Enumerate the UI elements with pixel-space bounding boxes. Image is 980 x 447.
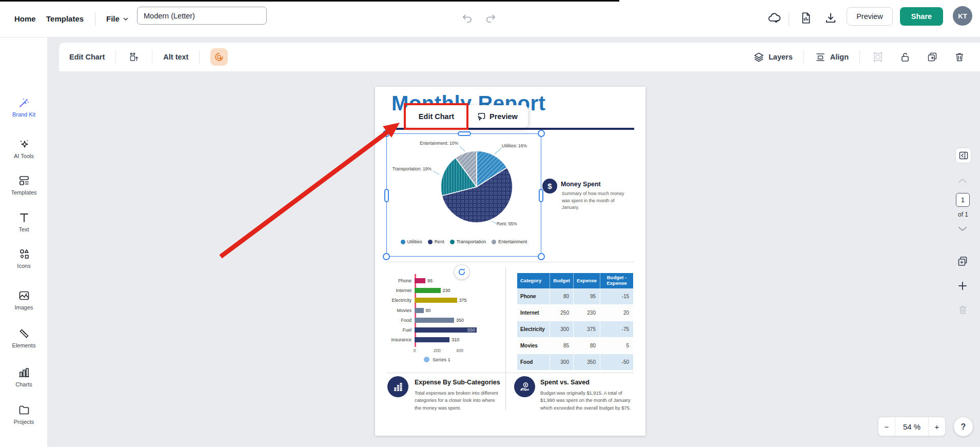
rotate-handle[interactable]: [454, 264, 469, 280]
bar-row-internet[interactable]: Internet230: [384, 285, 506, 295]
preview-button[interactable]: Preview: [847, 7, 893, 26]
page-number-box[interactable]: 1: [956, 193, 970, 207]
help-button[interactable]: ?: [954, 417, 973, 436]
sidebar-item-text[interactable]: Text: [0, 211, 48, 232]
duplicate-button[interactable]: [925, 50, 939, 64]
bar-movies[interactable]: [415, 308, 424, 313]
bar-internet[interactable]: [415, 288, 441, 293]
zoom-out-button[interactable]: −: [878, 417, 895, 436]
sidebar-item-elements[interactable]: Elements: [0, 327, 48, 348]
chart-selection-box[interactable]: [386, 133, 541, 257]
budget-table[interactable]: CategoryBudgetExpenseBudget - Expense Ph…: [517, 273, 633, 371]
add-page-button[interactable]: [957, 281, 968, 291]
nav-home[interactable]: Home: [14, 0, 36, 37]
bar-row-electricity[interactable]: Electricity375: [384, 296, 506, 305]
expense-bar-chart[interactable]: Phone95Internet230Electricity375Movies80…: [384, 276, 506, 367]
sidebar-item-projects[interactable]: Projects: [0, 404, 48, 425]
collapse-panel-button[interactable]: [955, 148, 971, 163]
table-row[interactable]: Movies85805: [517, 338, 633, 354]
panel-collapse-icon: [959, 151, 968, 160]
table-cell: 300: [550, 321, 574, 337]
bar-row-insurance[interactable]: Insurance310: [384, 335, 506, 345]
help-glyph: ?: [961, 422, 966, 432]
user-avatar[interactable]: KT: [953, 6, 972, 26]
table-row[interactable]: Electricity300375-75: [517, 321, 633, 338]
file-menu[interactable]: File: [106, 0, 129, 37]
resize-button[interactable]: [127, 50, 141, 64]
shapes-icon: [18, 248, 30, 260]
plus-icon: [957, 281, 968, 291]
sidebar-item-images[interactable]: Images: [0, 289, 48, 310]
sidebar-label: Templates: [0, 189, 48, 196]
sparkles-icon: [18, 138, 30, 150]
selection-handle-sw[interactable]: [383, 253, 390, 260]
bar-electricity[interactable]: [415, 298, 457, 303]
download-button[interactable]: [823, 10, 838, 26]
bar-category-label: Movies: [384, 308, 415, 313]
rotate-icon: [458, 268, 466, 276]
document-title-input[interactable]: Modern (Letter): [137, 7, 267, 25]
nav-templates[interactable]: Templates: [46, 0, 84, 37]
redo-button[interactable]: [484, 11, 497, 25]
pie-chart[interactable]: [387, 134, 542, 257]
dollar-glyph: $: [547, 182, 552, 190]
table-row[interactable]: Phone8095-15: [517, 288, 633, 305]
bar-food[interactable]: [415, 318, 454, 323]
bar-phone[interactable]: [415, 278, 425, 283]
delete-button[interactable]: [952, 50, 967, 64]
sidebar-item-ai-tools[interactable]: AI Tools: [0, 138, 48, 159]
bar-category-label: Internet: [384, 288, 415, 293]
sidebar-item-templates[interactable]: Templates: [0, 174, 48, 196]
trash-icon: [958, 304, 968, 315]
selection-handle-e[interactable]: [539, 189, 543, 202]
popup-preview-button[interactable]: Preview: [467, 105, 528, 128]
selection-handle-nw[interactable]: [383, 130, 390, 137]
zoom-level[interactable]: 54 %: [895, 417, 928, 436]
layers-button[interactable]: Layers: [753, 51, 793, 63]
bar-fuel[interactable]: 550: [415, 327, 477, 333]
sidebar-label: Images: [0, 304, 48, 310]
bar-category-label: Insurance: [384, 337, 415, 342]
table-cell: -50: [600, 354, 633, 370]
next-page-button[interactable]: [958, 226, 967, 232]
selection-handle-ne[interactable]: [538, 130, 545, 137]
edit-chart-toolbar-button[interactable]: Edit Chart: [69, 53, 105, 61]
series-dot: [424, 357, 429, 362]
table-cell: 5: [600, 338, 633, 354]
resize-icon: [128, 51, 140, 63]
undo-button[interactable]: [461, 11, 474, 25]
bar-row-food[interactable]: Food350: [384, 315, 506, 325]
align-button[interactable]: Align: [815, 51, 849, 63]
sidebar-item-icons[interactable]: Icons: [0, 248, 48, 269]
redo-icon: [484, 11, 497, 25]
previous-page-button[interactable]: [958, 178, 967, 184]
share-button[interactable]: Share: [900, 7, 943, 26]
table-row[interactable]: Internet25023020: [517, 305, 633, 321]
document-page[interactable]: Monthly Report: [375, 87, 645, 436]
table-cell: 95: [574, 288, 600, 304]
report-document-button[interactable]: [798, 10, 814, 26]
selection-handle-n[interactable]: [458, 131, 471, 136]
sidebar-item-charts[interactable]: Charts: [0, 366, 48, 387]
cloud-sync-button[interactable]: [767, 10, 782, 26]
align-icon: [815, 51, 826, 63]
delete-page-button[interactable]: [958, 304, 968, 315]
duplicate-page-button[interactable]: [956, 255, 969, 267]
bar-row-movies[interactable]: Movies80: [384, 305, 506, 315]
bar-insurance[interactable]: [415, 337, 449, 342]
lock-button[interactable]: [898, 50, 912, 64]
nav-divider: [789, 12, 789, 26]
bar-row-phone[interactable]: Phone95: [384, 276, 506, 285]
sidebar-item-brand-kit[interactable]: Brand Kit: [0, 96, 48, 118]
table-cell: 80: [574, 338, 600, 354]
interactivity-button[interactable]: [210, 48, 228, 66]
alt-text-button[interactable]: Alt text: [163, 53, 188, 61]
bar-row-fuel[interactable]: Fuel550: [384, 325, 506, 335]
selection-handle-se[interactable]: [538, 253, 545, 260]
selection-handle-w[interactable]: [384, 189, 389, 202]
section-divider: [387, 262, 634, 262]
zoom-in-button[interactable]: +: [928, 417, 945, 436]
table-row[interactable]: Food300350-50: [517, 354, 633, 371]
bar-category-label: Food: [384, 318, 415, 323]
mask-button[interactable]: [871, 50, 885, 64]
